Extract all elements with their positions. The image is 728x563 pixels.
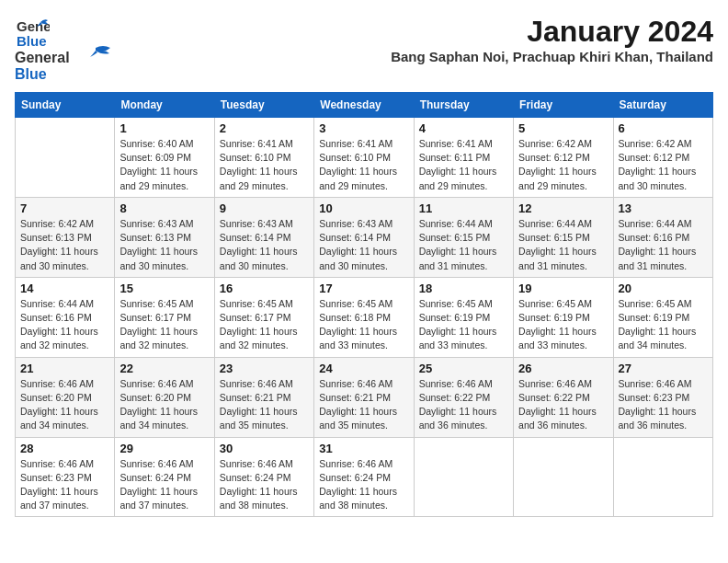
calendar-cell: 29Sunrise: 6:46 AMSunset: 6:24 PMDayligh… (115, 437, 214, 517)
day-info: Sunrise: 6:44 AMSunset: 6:16 PMDaylight:… (619, 217, 708, 273)
day-number: 6 (619, 121, 708, 135)
day-info: Sunrise: 6:43 AMSunset: 6:14 PMDaylight:… (319, 217, 408, 273)
calendar-cell (16, 118, 115, 198)
calendar-cell: 7Sunrise: 6:42 AMSunset: 6:13 PMDaylight… (16, 197, 115, 277)
calendar-cell: 27Sunrise: 6:46 AMSunset: 6:23 PMDayligh… (613, 357, 712, 437)
day-number: 21 (20, 362, 109, 375)
title-block: January 2024 Bang Saphan Noi, Prachuap K… (391, 15, 713, 64)
day-number: 3 (319, 121, 408, 135)
logo: General Blue General Blue (15, 15, 116, 85)
day-info: Sunrise: 6:46 AMSunset: 6:21 PMDaylight:… (220, 377, 309, 433)
calendar-cell: 30Sunrise: 6:46 AMSunset: 6:24 PMDayligh… (214, 437, 313, 517)
calendar-cell: 5Sunrise: 6:42 AMSunset: 6:12 PMDaylight… (514, 118, 613, 198)
calendar-cell: 2Sunrise: 6:41 AMSunset: 6:10 PMDaylight… (214, 118, 313, 198)
day-info: Sunrise: 6:46 AMSunset: 6:24 PMDaylight:… (119, 457, 209, 513)
calendar-cell: 23Sunrise: 6:46 AMSunset: 6:21 PMDayligh… (214, 357, 313, 437)
calendar-table: SundayMondayTuesdayWednesdayThursdayFrid… (15, 92, 713, 517)
week-row-5: 28Sunrise: 6:46 AMSunset: 6:23 PMDayligh… (16, 437, 713, 517)
day-number: 7 (20, 201, 109, 215)
calendar-cell: 9Sunrise: 6:43 AMSunset: 6:14 PMDaylight… (214, 197, 313, 277)
day-number: 5 (518, 121, 608, 135)
weekday-tuesday: Tuesday (214, 93, 313, 118)
day-number: 27 (619, 362, 708, 375)
calendar-cell: 19Sunrise: 6:45 AMSunset: 6:19 PMDayligh… (514, 277, 613, 357)
day-number: 1 (119, 121, 209, 135)
day-info: Sunrise: 6:46 AMSunset: 6:23 PMDaylight:… (619, 377, 708, 433)
day-info: Sunrise: 6:42 AMSunset: 6:13 PMDaylight:… (20, 217, 109, 273)
calendar-cell: 18Sunrise: 6:45 AMSunset: 6:19 PMDayligh… (414, 277, 513, 357)
weekday-saturday: Saturday (613, 93, 712, 118)
week-row-3: 14Sunrise: 6:44 AMSunset: 6:16 PMDayligh… (16, 277, 713, 357)
day-info: Sunrise: 6:46 AMSunset: 6:21 PMDaylight:… (319, 377, 408, 433)
weekday-monday: Monday (115, 93, 214, 118)
day-number: 11 (419, 201, 508, 215)
day-info: Sunrise: 6:46 AMSunset: 6:20 PMDaylight:… (119, 377, 209, 433)
calendar-cell: 3Sunrise: 6:41 AMSunset: 6:10 PMDaylight… (314, 118, 414, 198)
calendar-cell: 13Sunrise: 6:44 AMSunset: 6:16 PMDayligh… (613, 197, 712, 277)
calendar-cell: 12Sunrise: 6:44 AMSunset: 6:15 PMDayligh… (514, 197, 613, 277)
calendar-cell: 28Sunrise: 6:46 AMSunset: 6:23 PMDayligh… (16, 437, 115, 517)
day-info: Sunrise: 6:46 AMSunset: 6:23 PMDaylight:… (20, 457, 109, 513)
day-number: 22 (119, 362, 209, 375)
day-number: 17 (319, 282, 408, 295)
day-info: Sunrise: 6:41 AMSunset: 6:10 PMDaylight:… (319, 137, 408, 193)
day-info: Sunrise: 6:43 AMSunset: 6:13 PMDaylight:… (119, 217, 209, 273)
calendar-cell: 8Sunrise: 6:43 AMSunset: 6:13 PMDaylight… (115, 197, 214, 277)
day-number: 20 (619, 282, 708, 295)
day-info: Sunrise: 6:41 AMSunset: 6:10 PMDaylight:… (220, 137, 309, 193)
calendar-cell: 17Sunrise: 6:45 AMSunset: 6:18 PMDayligh… (314, 277, 414, 357)
svg-text:General: General (15, 50, 70, 65)
calendar-cell: 1Sunrise: 6:40 AMSunset: 6:09 PMDaylight… (115, 118, 214, 198)
week-row-2: 7Sunrise: 6:42 AMSunset: 6:13 PMDaylight… (16, 197, 713, 277)
calendar-cell (514, 437, 613, 517)
day-number: 23 (220, 362, 309, 375)
day-number: 2 (220, 121, 309, 135)
location-title: Bang Saphan Noi, Prachuap Khiri Khan, Th… (391, 49, 713, 64)
weekday-thursday: Thursday (414, 93, 513, 118)
calendar-cell: 16Sunrise: 6:45 AMSunset: 6:17 PMDayligh… (214, 277, 313, 357)
calendar-cell: 21Sunrise: 6:46 AMSunset: 6:20 PMDayligh… (16, 357, 115, 437)
day-number: 24 (319, 362, 408, 375)
day-number: 10 (319, 201, 408, 215)
day-number: 30 (220, 442, 309, 455)
weekday-sunday: Sunday (16, 93, 115, 118)
calendar-cell: 6Sunrise: 6:42 AMSunset: 6:12 PMDaylight… (613, 118, 712, 198)
day-number: 25 (419, 362, 508, 375)
calendar-cell: 15Sunrise: 6:45 AMSunset: 6:17 PMDayligh… (115, 277, 214, 357)
day-number: 29 (119, 442, 209, 455)
day-number: 14 (20, 282, 109, 295)
weekday-header-row: SundayMondayTuesdayWednesdayThursdayFrid… (16, 93, 713, 118)
calendar-cell (414, 437, 513, 517)
logo-icon: General Blue (15, 15, 50, 50)
day-number: 8 (119, 201, 209, 215)
calendar-body: 1Sunrise: 6:40 AMSunset: 6:09 PMDaylight… (16, 118, 713, 517)
svg-text:Blue: Blue (15, 66, 47, 82)
calendar-cell: 11Sunrise: 6:44 AMSunset: 6:15 PMDayligh… (414, 197, 513, 277)
day-info: Sunrise: 6:46 AMSunset: 6:24 PMDaylight:… (319, 457, 408, 513)
day-info: Sunrise: 6:45 AMSunset: 6:18 PMDaylight:… (319, 297, 408, 353)
calendar-cell: 22Sunrise: 6:46 AMSunset: 6:20 PMDayligh… (115, 357, 214, 437)
day-info: Sunrise: 6:44 AMSunset: 6:15 PMDaylight:… (419, 217, 508, 273)
week-row-4: 21Sunrise: 6:46 AMSunset: 6:20 PMDayligh… (16, 357, 713, 437)
day-info: Sunrise: 6:44 AMSunset: 6:15 PMDaylight:… (518, 217, 608, 273)
calendar-cell: 10Sunrise: 6:43 AMSunset: 6:14 PMDayligh… (314, 197, 414, 277)
day-info: Sunrise: 6:40 AMSunset: 6:09 PMDaylight:… (119, 137, 209, 193)
weekday-friday: Friday (514, 93, 613, 118)
logo-full: General Blue (15, 46, 116, 85)
day-info: Sunrise: 6:41 AMSunset: 6:11 PMDaylight:… (419, 137, 508, 193)
day-number: 16 (220, 282, 309, 295)
day-number: 9 (220, 201, 309, 215)
day-info: Sunrise: 6:45 AMSunset: 6:19 PMDaylight:… (518, 297, 608, 353)
day-info: Sunrise: 6:45 AMSunset: 6:19 PMDaylight:… (419, 297, 508, 353)
day-info: Sunrise: 6:43 AMSunset: 6:14 PMDaylight:… (220, 217, 309, 273)
day-info: Sunrise: 6:42 AMSunset: 6:12 PMDaylight:… (518, 137, 608, 193)
calendar-cell: 24Sunrise: 6:46 AMSunset: 6:21 PMDayligh… (314, 357, 414, 437)
day-info: Sunrise: 6:46 AMSunset: 6:22 PMDaylight:… (419, 377, 508, 433)
month-title: January 2024 (391, 15, 713, 49)
day-number: 26 (518, 362, 608, 375)
day-info: Sunrise: 6:45 AMSunset: 6:17 PMDaylight:… (220, 297, 309, 353)
day-info: Sunrise: 6:45 AMSunset: 6:17 PMDaylight:… (119, 297, 209, 353)
day-info: Sunrise: 6:44 AMSunset: 6:16 PMDaylight:… (20, 297, 109, 353)
page-header: General Blue General Blue January 2024 B… (15, 15, 713, 85)
day-info: Sunrise: 6:46 AMSunset: 6:20 PMDaylight:… (20, 377, 109, 433)
